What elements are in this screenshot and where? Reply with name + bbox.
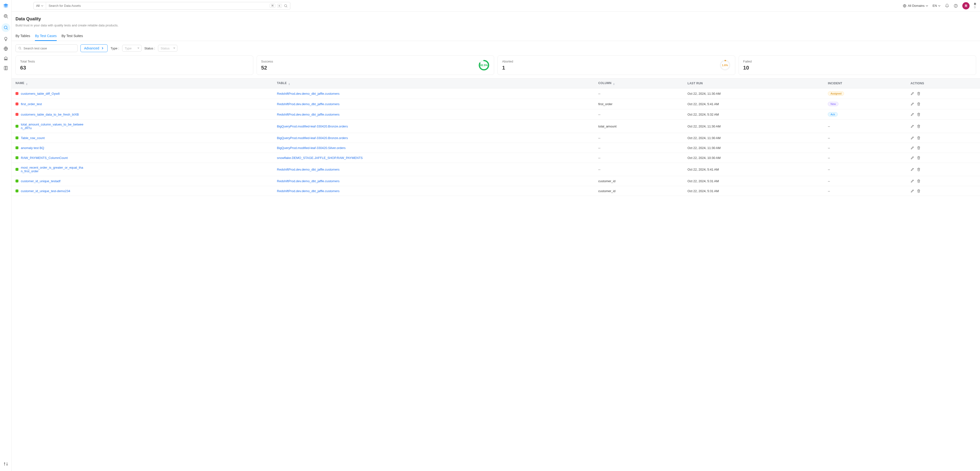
- col-actions: ACTIONS: [907, 78, 980, 88]
- incident-empty: --: [828, 168, 830, 171]
- lightbulb-icon[interactable]: [3, 37, 8, 42]
- table-link[interactable]: RedshiftProd.dev.demo_dbt_jaffle.custome…: [277, 113, 339, 116]
- edit-icon[interactable]: [910, 146, 914, 150]
- col-name[interactable]: NAME▲▼: [12, 78, 273, 88]
- search-icon[interactable]: [284, 4, 288, 8]
- tab-by-test-suites[interactable]: By Test Suites: [62, 32, 83, 41]
- brand-logo[interactable]: [2, 2, 9, 9]
- column-cell: --: [595, 88, 684, 99]
- column-cell: --: [595, 109, 684, 120]
- edit-icon[interactable]: [910, 124, 914, 128]
- status-indicator: [16, 113, 18, 116]
- delete-icon[interactable]: [917, 167, 921, 171]
- edit-icon[interactable]: [910, 167, 914, 171]
- globe-icon[interactable]: [3, 46, 8, 51]
- edit-icon[interactable]: [910, 136, 914, 140]
- table-link[interactable]: RedshiftProd.dev.demo_dbt_jaffle.custome…: [277, 92, 339, 95]
- incident-empty: --: [828, 156, 830, 160]
- language-dropdown[interactable]: EN: [932, 4, 940, 8]
- table-row: customer_id_unique_testadfRedshiftProd.d…: [12, 176, 980, 186]
- svg-line-2: [7, 18, 8, 18]
- table-link[interactable]: RedshiftProd.dev.demo_dbt_jaffle.custome…: [277, 189, 339, 193]
- column-cell: --: [595, 133, 684, 143]
- test-name-link[interactable]: anomaly test BQ: [21, 146, 44, 150]
- incident-badge[interactable]: New: [828, 102, 838, 106]
- delete-icon[interactable]: [917, 179, 921, 183]
- delete-icon[interactable]: [917, 112, 921, 116]
- svg-point-0: [4, 14, 7, 18]
- advanced-button[interactable]: Advanced: [80, 45, 108, 52]
- test-name-link[interactable]: total_amount_column_values_to_be_between…: [21, 123, 84, 130]
- incident-badge[interactable]: Assigned: [828, 91, 844, 96]
- stat-total: Total Tests 63: [16, 56, 253, 75]
- edit-icon[interactable]: [910, 102, 914, 106]
- delete-icon[interactable]: [917, 102, 921, 106]
- svg-point-12: [285, 4, 287, 6]
- edit-icon[interactable]: [910, 112, 914, 116]
- delete-icon[interactable]: [917, 124, 921, 128]
- lastrun-cell: Oct 22, 2024, 5:31 AM: [684, 176, 824, 186]
- status-indicator: [16, 137, 18, 139]
- kbd-cmd: ⌘: [270, 4, 275, 8]
- table-link[interactable]: snowflake.DEMO_STAGE.JAFFLE_SHOP.RAW_PAY…: [277, 156, 363, 160]
- tab-by-tables[interactable]: By Tables: [16, 32, 30, 41]
- col-column[interactable]: COLUMN▲▼: [595, 78, 684, 88]
- col-incident: INCIDENT: [824, 78, 907, 88]
- global-search-input[interactable]: [46, 4, 269, 8]
- test-name-link[interactable]: customer_id_unique_test-demo234: [21, 189, 70, 193]
- testcase-search-input[interactable]: [24, 46, 75, 50]
- table-link[interactable]: RedshiftProd.dev.demo_dbt_jaffle.custome…: [277, 102, 339, 106]
- svg-line-4: [6, 29, 8, 30]
- domains-dropdown[interactable]: All Domains: [903, 4, 928, 8]
- edit-icon[interactable]: [910, 189, 914, 193]
- test-cases-table: NAME▲▼ TABLE▲▼ COLUMN▲▼ LAST RUN INCIDEN…: [12, 78, 980, 196]
- delete-icon[interactable]: [917, 146, 921, 150]
- svg-line-18: [21, 49, 21, 49]
- status-indicator: [16, 92, 18, 95]
- test-name-link[interactable]: most_recent_order_is_greater_or_equal_th…: [21, 166, 84, 173]
- docs-icon[interactable]: [3, 65, 8, 71]
- status-indicator: [16, 146, 18, 149]
- data-quality-icon[interactable]: [2, 23, 10, 32]
- delete-icon[interactable]: [917, 189, 921, 193]
- help-icon[interactable]: [954, 4, 958, 8]
- sort-icon: ▲▼: [288, 83, 290, 85]
- test-name-link[interactable]: customers_table_diff_Oyw8: [21, 92, 60, 95]
- test-name-link[interactable]: customers_table_data_to_be_fresh_bIXB: [21, 113, 79, 116]
- column-cell: --: [595, 143, 684, 153]
- tab-by-test-cases[interactable]: By Test Cases: [35, 32, 56, 41]
- table-row: anomaly test BQBigQueryProd.modified-lea…: [12, 143, 980, 153]
- test-name-link[interactable]: RAW_PAYMENTS_ColumnCount: [21, 156, 68, 160]
- test-name-link[interactable]: first_order_test: [21, 102, 42, 106]
- bell-icon[interactable]: [945, 4, 949, 8]
- table-link[interactable]: RedshiftProd.dev.demo_dbt_jaffle.custome…: [277, 168, 339, 171]
- delete-icon[interactable]: [917, 136, 921, 140]
- edit-icon[interactable]: [910, 92, 914, 95]
- type-select[interactable]: Type: [122, 45, 142, 52]
- governance-icon[interactable]: [3, 56, 8, 61]
- delete-icon[interactable]: [917, 156, 921, 160]
- status-select[interactable]: Status: [158, 45, 177, 52]
- table-link[interactable]: RedshiftProd.dev.demo_dbt_jaffle.custome…: [277, 179, 339, 183]
- column-cell: customer_id: [595, 176, 684, 186]
- user-label: R D: [974, 3, 976, 8]
- sort-icon: ▲▼: [26, 83, 28, 85]
- edit-icon[interactable]: [910, 179, 914, 183]
- search-scope-select[interactable]: All: [34, 2, 46, 10]
- test-name-link[interactable]: Table_row_count: [21, 136, 45, 140]
- table-link[interactable]: BigQueryProd.modified-leaf-330420.Bronze…: [277, 136, 348, 140]
- table-link[interactable]: BigQueryProd.modified-leaf-330420.Silver…: [277, 146, 345, 150]
- incident-badge[interactable]: Ack: [828, 112, 837, 116]
- test-name-link[interactable]: customer_id_unique_testadf: [21, 179, 60, 183]
- avatar[interactable]: R: [962, 2, 970, 10]
- column-cell: customer_id: [595, 186, 684, 196]
- settings-icon[interactable]: [3, 461, 8, 467]
- edit-icon[interactable]: [910, 156, 914, 160]
- chevron-down-icon: [41, 5, 43, 7]
- status-indicator: [16, 189, 18, 193]
- delete-icon[interactable]: [917, 92, 921, 95]
- domains-label: All Domains: [908, 4, 924, 8]
- col-table[interactable]: TABLE▲▼: [273, 78, 595, 88]
- table-link[interactable]: BigQueryProd.modified-leaf-330420.Bronze…: [277, 124, 348, 128]
- explore-icon[interactable]: [3, 14, 8, 19]
